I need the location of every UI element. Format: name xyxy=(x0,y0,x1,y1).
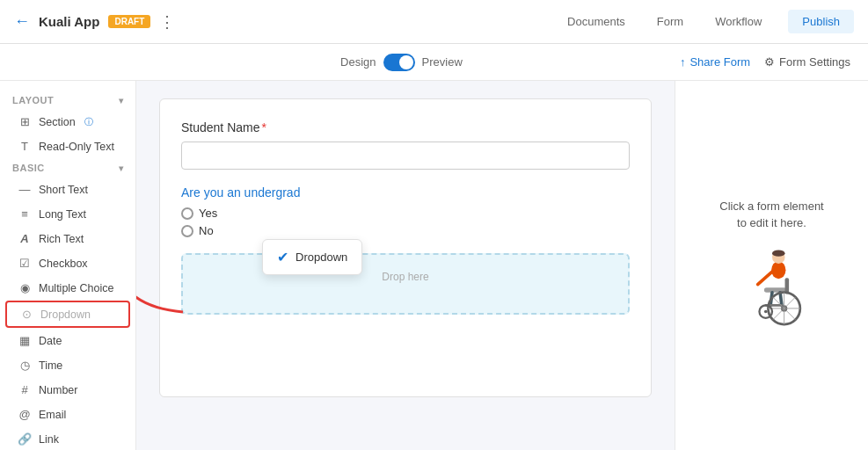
app-title: Kuali App xyxy=(39,14,99,29)
red-arrow-indicator xyxy=(136,264,192,319)
radio-label-no: No xyxy=(199,224,214,237)
layout-section-header: LAYOUT ▾ xyxy=(0,91,135,109)
sub-toolbar: Design Preview ↑ Share Form ⚙ Form Setti… xyxy=(0,44,868,81)
radio-label-yes: Yes xyxy=(199,207,217,220)
canvas-area: Student Name* Are you an undergrad Yes N… xyxy=(136,81,675,450)
drop-zone-text: Drop here xyxy=(382,271,428,283)
design-preview-toggle: Design Preview xyxy=(340,54,463,71)
sidebar-item-link[interactable]: 🔗 Link xyxy=(5,427,130,450)
design-preview-switch[interactable] xyxy=(383,54,415,71)
nav-workflow[interactable]: Workflow xyxy=(710,11,767,32)
radio-question: Are you an undergrad xyxy=(181,185,630,200)
checkbox-icon: ☑ xyxy=(18,257,32,270)
multiple-choice-icon: ◉ xyxy=(18,281,32,294)
time-icon: ◷ xyxy=(18,359,32,372)
rich-text-icon: A xyxy=(18,232,32,245)
sidebar-item-email-label: Email xyxy=(39,409,66,421)
readonly-text-icon: T xyxy=(18,140,32,153)
svg-line-4 xyxy=(757,272,771,285)
right-panel: Click a form elementto edit it here. xyxy=(675,81,868,450)
svg-point-1 xyxy=(771,261,785,279)
link-icon: 🔗 xyxy=(18,432,32,446)
date-icon: ▦ xyxy=(18,334,32,347)
sidebar-item-long-text[interactable]: ≡ Long Text xyxy=(5,202,130,226)
sidebar-item-checkbox-label: Checkbox xyxy=(39,258,88,270)
nav-right: Documents Form Workflow Publish xyxy=(562,10,854,33)
sidebar-item-short-text[interactable]: — Short Text xyxy=(5,178,130,201)
sidebar-item-rich-text[interactable]: A Rich Text xyxy=(5,227,130,250)
main-layout: LAYOUT ▾ ⊞ Section ⓘ T Read-Only Text BA… xyxy=(0,81,868,450)
radio-circle-no xyxy=(181,225,193,237)
long-text-icon: ≡ xyxy=(18,207,32,221)
sidebar-item-number-label: Number xyxy=(39,384,77,396)
sidebar-item-checkbox[interactable]: ☑ Checkbox xyxy=(5,251,130,275)
sidebar-item-dropdown[interactable]: ⊙ Dropdown xyxy=(5,301,130,328)
nav-left: ← Kuali App DRAFT ⋮ xyxy=(14,12,175,32)
form-settings-label: Form Settings xyxy=(779,55,850,69)
email-icon: @ xyxy=(18,408,32,421)
radio-circle-yes xyxy=(181,207,193,220)
share-form-label: Share Form xyxy=(689,55,750,69)
form-settings-button[interactable]: ⚙ Form Settings xyxy=(764,55,850,69)
basic-chevron[interactable]: ▾ xyxy=(119,163,124,173)
sidebar-item-section[interactable]: ⊞ Section ⓘ xyxy=(5,110,130,134)
sidebar-item-section-label: Section xyxy=(39,116,76,128)
wheelchair-figure xyxy=(719,246,825,334)
more-icon[interactable]: ⋮ xyxy=(159,12,175,32)
radio-group: Are you an undergrad Yes No xyxy=(181,185,630,237)
share-form-button[interactable]: ↑ Share Form xyxy=(680,55,750,69)
sidebar-item-time-label: Time xyxy=(39,359,62,372)
design-label: Design xyxy=(340,55,376,69)
publish-button[interactable]: Publish xyxy=(788,10,854,33)
sidebar-item-date-label: Date xyxy=(39,335,62,347)
sidebar: LAYOUT ▾ ⊞ Section ⓘ T Read-Only Text BA… xyxy=(0,81,136,450)
sidebar-item-number[interactable]: # Number xyxy=(5,378,130,402)
short-text-icon: — xyxy=(18,183,32,196)
student-name-label: Student Name* xyxy=(181,120,630,134)
sidebar-item-readonly-text[interactable]: T Read-Only Text xyxy=(5,134,130,158)
number-icon: # xyxy=(18,383,32,396)
sidebar-item-readonly-label: Read-Only Text xyxy=(39,141,114,153)
nav-documents[interactable]: Documents xyxy=(562,11,631,32)
nav-form[interactable]: Form xyxy=(652,11,689,32)
sidebar-item-email[interactable]: @ Email xyxy=(5,403,130,426)
dropdown-check-icon: ✔ xyxy=(277,249,288,265)
top-nav: ← Kuali App DRAFT ⋮ Documents Form Workf… xyxy=(0,0,868,44)
layout-chevron[interactable]: ▾ xyxy=(119,96,124,105)
sidebar-item-date[interactable]: ▦ Date xyxy=(5,329,130,352)
sidebar-item-time[interactable]: ◷ Time xyxy=(5,353,130,377)
toolbar-right-actions: ↑ Share Form ⚙ Form Settings xyxy=(680,55,850,69)
radio-option-yes[interactable]: Yes xyxy=(181,207,630,220)
dropdown-icon: ⊙ xyxy=(19,308,33,321)
section-icon: ⊞ xyxy=(18,115,32,128)
sidebar-item-multiple-choice-label: Multiple Choice xyxy=(39,282,113,294)
drop-zone[interactable]: Drop here ✔ Dropdown xyxy=(181,253,630,315)
sidebar-item-short-text-label: Short Text xyxy=(39,184,88,196)
sidebar-item-dropdown-label: Dropdown xyxy=(40,308,91,321)
dropdown-tooltip: ✔ Dropdown xyxy=(262,239,362,275)
required-star: * xyxy=(262,120,266,134)
draft-badge: DRAFT xyxy=(108,15,150,28)
sidebar-item-link-label: Link xyxy=(39,433,59,446)
share-icon: ↑ xyxy=(680,55,686,69)
sidebar-item-multiple-choice[interactable]: ◉ Multiple Choice xyxy=(5,276,130,300)
preview-label: Preview xyxy=(422,55,463,69)
dropdown-tooltip-label: Dropdown xyxy=(295,250,347,264)
radio-option-no[interactable]: No xyxy=(181,224,630,237)
sidebar-item-rich-text-label: Rich Text xyxy=(39,233,84,245)
info-icon: ⓘ xyxy=(84,116,93,128)
click-hint-text: Click a form elementto edit it here. xyxy=(719,198,823,232)
svg-point-3 xyxy=(772,250,785,256)
form-canvas: Student Name* Are you an undergrad Yes N… xyxy=(159,98,652,397)
basic-section-header: BASIC ▾ xyxy=(0,159,135,177)
gear-icon: ⚙ xyxy=(764,55,775,69)
student-name-input[interactable] xyxy=(181,142,630,170)
sidebar-item-long-text-label: Long Text xyxy=(39,208,86,221)
svg-line-8 xyxy=(780,292,782,305)
back-button[interactable]: ← xyxy=(14,12,30,31)
svg-point-17 xyxy=(763,309,767,313)
